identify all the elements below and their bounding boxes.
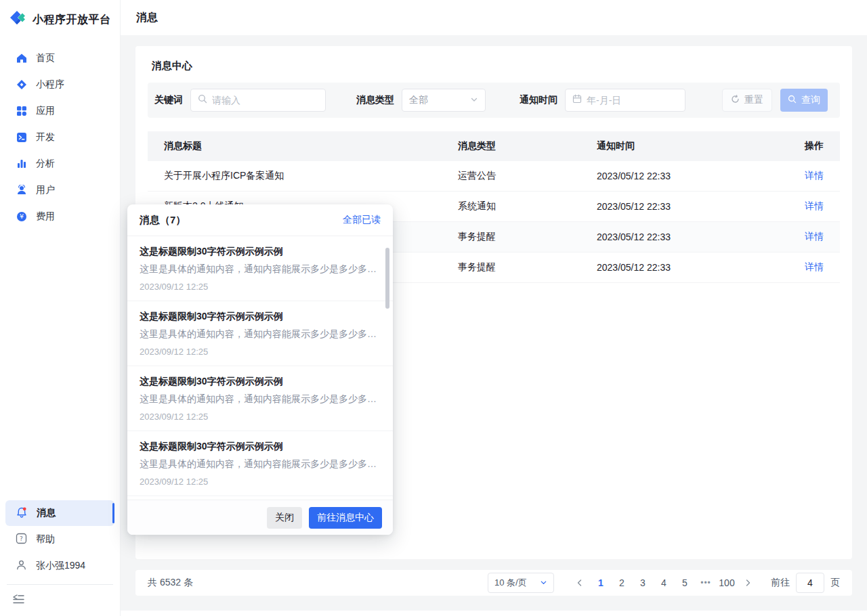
time-label: 通知时间 bbox=[520, 94, 557, 106]
message-item[interactable]: 这是标题限制30字符示例示例示例 这里是具体的通知内容，通知内容能展示多少是多少… bbox=[127, 301, 393, 366]
yen-coin-icon: ¥ bbox=[16, 211, 27, 222]
page-button[interactable]: 5 bbox=[676, 573, 694, 593]
sidebar-item-apps[interactable]: 应用 bbox=[0, 97, 120, 124]
help-icon: ? bbox=[16, 533, 27, 546]
message-item[interactable]: 这是标题限制30字符示例示例示例 这里是具体的通知内容，通知内容能展示多少是多少… bbox=[127, 431, 393, 496]
cell-type: 运营公告 bbox=[458, 170, 597, 182]
filter-bar: 关键词 消息类型 全部 通知时间 bbox=[148, 83, 840, 118]
page-button[interactable]: 4 bbox=[655, 573, 673, 593]
message-item[interactable]: 这是标题限制30字符示例示例示例 这里是具体的通知内容，通知内容能展示多少是多少… bbox=[127, 496, 393, 500]
diamond-icon bbox=[16, 79, 27, 90]
detail-link[interactable]: 详情 bbox=[805, 231, 824, 242]
sidebar-item-help[interactable]: ? 帮助 bbox=[5, 527, 114, 552]
message-body: 这里是具体的通知内容，通知内容能展示多少是多少多少多少... bbox=[140, 328, 381, 340]
type-select-value: 全部 bbox=[409, 94, 428, 106]
message-body: 这里是具体的通知内容，通知内容能展示多少是多少多少多少... bbox=[140, 263, 381, 276]
home-icon bbox=[16, 52, 27, 64]
page-button[interactable]: 1 bbox=[592, 573, 610, 593]
mark-all-read-link[interactable]: 全部已读 bbox=[343, 214, 381, 226]
type-select[interactable]: 全部 bbox=[402, 89, 486, 112]
cell-type: 事务提醒 bbox=[458, 261, 597, 273]
page-button[interactable]: 2 bbox=[613, 573, 631, 593]
logo-icon bbox=[8, 9, 27, 30]
goto-unit: 页 bbox=[830, 577, 840, 589]
query-button[interactable]: 查询 bbox=[780, 89, 828, 112]
sidebar-item-analytics[interactable]: 分析 bbox=[0, 150, 120, 177]
type-label: 消息类型 bbox=[356, 94, 394, 106]
active-indicator bbox=[112, 503, 114, 523]
refresh-icon bbox=[731, 95, 740, 106]
detail-link[interactable]: 详情 bbox=[805, 170, 824, 181]
sidebar-item-label: 消息 bbox=[37, 507, 56, 519]
sidebar-item-messages[interactable]: 消息 bbox=[5, 500, 114, 526]
goto-page-input[interactable] bbox=[796, 573, 824, 593]
message-body: 这里是具体的通知内容，通知内容能展示多少是多少多少多少... bbox=[140, 458, 381, 470]
message-title: 这是标题限制30字符示例示例示例 bbox=[140, 441, 381, 453]
more-pages-button[interactable]: ••• bbox=[697, 573, 715, 593]
message-body: 这里是具体的通知内容，通知内容能展示多少是多少多少多少... bbox=[140, 393, 381, 405]
cell-time: 2023/05/12 22:33 bbox=[597, 232, 759, 242]
page-size-select[interactable]: 10 条/页 bbox=[488, 573, 554, 593]
sidebar-nav: 首页 小程序 应用 开发 分析 bbox=[0, 45, 120, 229]
messages-popup: 消息（7） 全部已读 这是标题限制30字符示例示例示例 这里是具体的通知内容，通… bbox=[127, 204, 393, 535]
scrollbar-thumb[interactable] bbox=[385, 248, 389, 309]
terminal-icon bbox=[16, 131, 27, 143]
close-button[interactable]: 关闭 bbox=[267, 507, 302, 529]
sidebar-item-users[interactable]: 用户 bbox=[0, 177, 120, 203]
message-title: 这是标题限制30字符示例示例示例 bbox=[140, 376, 381, 388]
grid-icon bbox=[16, 105, 27, 116]
message-time: 2023/09/12 12:25 bbox=[140, 477, 381, 487]
message-time: 2023/09/12 12:25 bbox=[140, 347, 381, 357]
go-to-message-center-button[interactable]: 前往消息中心 bbox=[309, 507, 382, 529]
cell-time: 2023/05/12 22:33 bbox=[597, 201, 759, 212]
message-item[interactable]: 这是标题限制30字符示例示例示例 这里是具体的通知内容，通知内容能展示多少是多少… bbox=[127, 366, 393, 431]
sidebar-item-label: 应用 bbox=[36, 105, 55, 117]
collapse-sidebar-button[interactable] bbox=[0, 589, 120, 612]
sidebar: 小程序开放平台 首页 小程序 应用 开发 bbox=[0, 0, 121, 616]
message-time: 2023/09/12 12:25 bbox=[140, 282, 381, 292]
message-time: 2023/09/12 12:25 bbox=[140, 412, 381, 422]
person-outline-icon bbox=[16, 559, 27, 573]
search-icon bbox=[788, 95, 797, 106]
cell-time: 2023/05/12 22:33 bbox=[597, 171, 759, 181]
bar-chart-icon bbox=[16, 158, 27, 169]
sidebar-item-label: 用户 bbox=[36, 184, 55, 196]
bell-icon bbox=[16, 506, 28, 521]
brand-name: 小程序开放平台 bbox=[33, 13, 111, 27]
total-count: 共 6532 条 bbox=[148, 577, 193, 589]
page-button[interactable]: 3 bbox=[634, 573, 652, 593]
keyword-input-wrap bbox=[190, 89, 326, 112]
col-header-title: 消息标题 bbox=[148, 140, 458, 152]
sidebar-item-miniprogram[interactable]: 小程序 bbox=[0, 71, 120, 97]
page-button[interactable]: 100 bbox=[718, 573, 736, 593]
next-page-button[interactable] bbox=[739, 573, 757, 593]
calendar-icon bbox=[572, 94, 582, 106]
sidebar-bottom: 消息 ? 帮助 张小强1994 bbox=[0, 500, 120, 616]
popup-footer: 关闭 前往消息中心 bbox=[127, 500, 393, 535]
sidebar-divider bbox=[7, 584, 113, 585]
sidebar-item-account[interactable]: 张小强1994 bbox=[5, 553, 114, 579]
detail-link[interactable]: 详情 bbox=[805, 261, 824, 272]
popup-title: 消息（7） bbox=[140, 214, 186, 227]
popup-header: 消息（7） 全部已读 bbox=[127, 204, 393, 236]
sidebar-item-home[interactable]: 首页 bbox=[0, 45, 120, 71]
detail-link[interactable]: 详情 bbox=[805, 200, 824, 211]
sidebar-item-label: 首页 bbox=[36, 52, 55, 64]
date-input[interactable] bbox=[587, 95, 678, 106]
date-picker[interactable] bbox=[565, 89, 685, 112]
popup-message-list: 这是标题限制30字符示例示例示例 这里是具体的通知内容，通知内容能展示多少是多少… bbox=[127, 236, 393, 500]
page-size-value: 10 条/页 bbox=[494, 577, 527, 589]
reset-button[interactable]: 重置 bbox=[722, 89, 772, 112]
search-icon bbox=[198, 94, 207, 106]
cell-type: 事务提醒 bbox=[458, 231, 597, 243]
sidebar-item-develop[interactable]: 开发 bbox=[0, 124, 120, 150]
message-item[interactable]: 这是标题限制30字符示例示例示例 这里是具体的通知内容，通知内容能展示多少是多少… bbox=[127, 236, 393, 301]
col-header-time: 通知时间 bbox=[597, 140, 759, 152]
sidebar-item-billing[interactable]: ¥ 费用 bbox=[0, 203, 120, 229]
col-header-action: 操作 bbox=[759, 140, 840, 152]
keyword-input[interactable] bbox=[212, 95, 318, 106]
sidebar-item-label: 小程序 bbox=[36, 79, 64, 91]
prev-page-button[interactable] bbox=[571, 573, 589, 593]
bottom-strip bbox=[121, 611, 867, 616]
chevron-down-icon bbox=[540, 578, 547, 588]
